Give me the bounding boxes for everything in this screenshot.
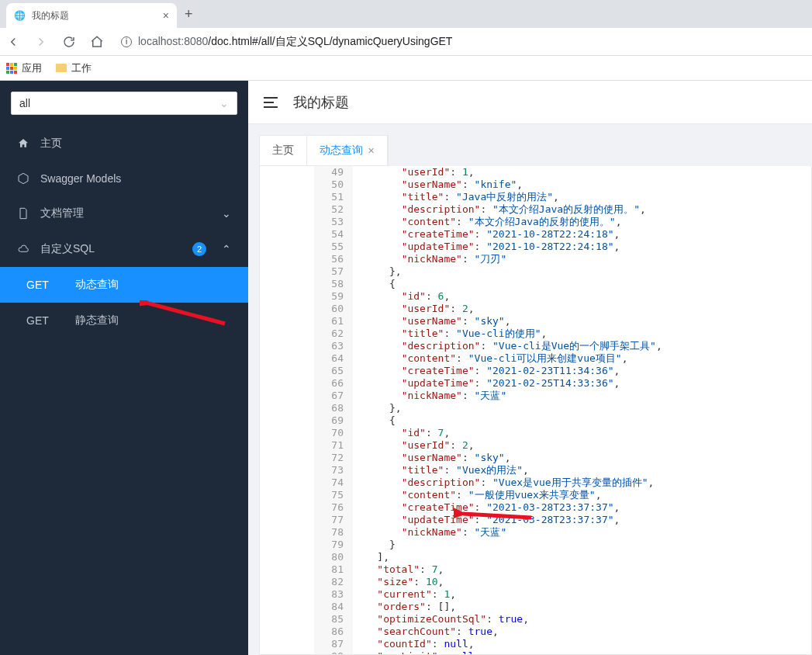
group-select[interactable]: all ⌄	[11, 92, 237, 115]
close-icon[interactable]: ✕	[368, 146, 375, 156]
document-icon	[17, 207, 29, 220]
close-icon[interactable]: ×	[163, 9, 169, 22]
sidebar-item-custom-sql[interactable]: 自定义SQL 2 ⌃	[0, 231, 248, 267]
apps-icon	[6, 63, 17, 74]
tab-title: 我的标题	[32, 9, 69, 23]
sidebar-item-swagger[interactable]: Swagger Models	[0, 161, 248, 196]
sidebar-item-docs[interactable]: 文档管理 ⌄	[0, 196, 248, 231]
page-title: 我的标题	[293, 93, 349, 112]
count-badge: 2	[192, 242, 206, 256]
sidebar-sub-static[interactable]: GET 静态查询	[0, 303, 248, 338]
url-bar[interactable]: i localhost:8080/doc.html#/all/自定义SQL/dy…	[118, 35, 806, 49]
home-icon	[17, 137, 29, 150]
sidebar-item-label: Swagger Models	[40, 172, 121, 185]
info-icon[interactable]: i	[121, 36, 132, 47]
sidebar-item-label: 自定义SQL	[40, 242, 95, 256]
reload-icon[interactable]	[62, 35, 76, 49]
url-host: localhost	[138, 35, 181, 47]
home-icon[interactable]	[90, 35, 104, 49]
sidebar-sub-dynamic[interactable]: GET 动态查询	[0, 267, 248, 303]
folder-icon	[56, 64, 67, 72]
sidebar-item-label: 静态查询	[75, 314, 119, 328]
back-icon[interactable]	[6, 35, 20, 49]
group-select-value: all	[19, 97, 30, 109]
collapse-sidebar-button[interactable]	[264, 97, 278, 108]
bookmark-work[interactable]: 工作	[56, 61, 92, 75]
http-method: GET	[26, 314, 49, 327]
chevron-down-icon: ⌄	[219, 97, 229, 109]
sidebar: all ⌄ 主页 Swagger Models 文档管理 ⌄ 自定义SQL 2 …	[0, 81, 248, 655]
main-panel: 我的标题 主页 动态查询 ✕ 49 "userId": 1,50 "userNa…	[248, 81, 812, 655]
chevron-down-icon: ⌄	[222, 207, 231, 220]
bookmark-label: 工作	[71, 61, 92, 75]
cube-icon	[17, 172, 29, 185]
tab-dynamic-query[interactable]: 动态查询 ✕	[307, 136, 388, 165]
forward-icon	[34, 35, 48, 49]
sidebar-item-label: 文档管理	[40, 206, 84, 220]
sidebar-item-home[interactable]: 主页	[0, 126, 248, 161]
browser-tab[interactable]: 🌐 我的标题 ×	[6, 3, 177, 28]
http-method: GET	[26, 279, 49, 291]
tab-home[interactable]: 主页	[260, 136, 307, 165]
chevron-up-icon: ⌃	[222, 243, 231, 255]
response-code[interactable]: 49 "userId": 1,50 "userName": "knife",51…	[260, 166, 811, 654]
cloud-icon	[17, 243, 29, 255]
url-port: :8080	[181, 35, 208, 47]
apps-button[interactable]: 应用	[6, 61, 42, 75]
globe-icon: 🌐	[14, 10, 26, 21]
apps-label: 应用	[22, 61, 42, 75]
new-tab-button[interactable]: +	[177, 6, 201, 23]
sidebar-item-label: 动态查询	[75, 278, 119, 292]
sidebar-item-label: 主页	[40, 137, 62, 151]
url-path: /doc.html#/all/自定义SQL/dynamicQueryUsingG…	[208, 35, 452, 47]
